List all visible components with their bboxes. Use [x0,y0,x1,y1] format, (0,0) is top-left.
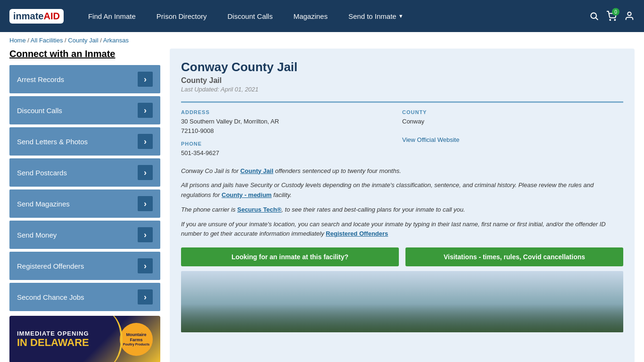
logo-text: inmateAID [13,11,60,22]
sidebar-arrow-icon: › [138,258,153,273]
ad-curve-decoration [85,316,123,362]
address-label: ADDRESS [181,109,393,115]
logo-box: inmateAID [9,9,64,24]
nav-discount-calls[interactable]: Discount Calls [217,0,283,32]
sidebar-item-send-postcards[interactable]: Send Postcards › [9,158,160,187]
ad-text: IMMEDIATE OPENING IN DELAWARE [17,330,89,348]
user-button[interactable] [624,11,635,21]
desc-4: If you are unsure of your inmate's locat… [181,220,623,239]
header-icons: 0 [589,11,635,21]
sidebar: Connect with an Inmate Arrest Records › … [9,49,160,362]
sidebar-item-label: Registered Offenders [17,262,84,270]
logo-area[interactable]: inmateAID [9,9,64,24]
svg-point-2 [610,19,611,20]
svg-point-4 [627,12,631,16]
address-col: ADDRESS 30 Southern Valley Dr, Morrilton… [181,109,402,158]
breadcrumb-state[interactable]: Arkansas [103,37,129,44]
breadcrumb-county-jail[interactable]: County Jail [68,37,98,44]
cart-badge: 0 [612,8,619,16]
facility-image [181,271,623,332]
breadcrumb-all-facilities[interactable]: All Facilities [31,37,63,44]
sidebar-arrow-icon: › [138,289,153,304]
sidebar-item-label: Send Letters & Photos [17,138,88,146]
svg-point-0 [591,13,596,18]
sidebar-title: Connect with an Inmate [9,49,160,59]
find-inmate-button[interactable]: Looking for an inmate at this facility? [181,247,399,266]
main-nav: Find An Inmate Prison Directory Discount… [78,0,589,32]
search-button[interactable] [589,11,599,21]
logo-aid: AID [43,11,59,21]
desc-2: All prisons and jails have Security or C… [181,181,623,200]
sidebar-item-label: Discount Calls [17,107,62,115]
sidebar-item-second-chance-jobs[interactable]: Second Chance Jobs › [9,283,160,311]
view-website-link[interactable]: View Official Website [402,136,459,143]
site-header: inmateAID Find An Inmate Prison Director… [0,0,644,32]
sidebar-item-label: Send Postcards [17,169,67,177]
nav-send-to-inmate[interactable]: Send to Inmate ▼ [338,0,414,32]
securus-link[interactable]: Securus Tech® [237,206,281,213]
sidebar-item-send-letters[interactable]: Send Letters & Photos › [9,127,160,156]
main-layout: Connect with an Inmate Arrest Records › … [0,49,644,362]
dropdown-arrow-icon: ▼ [398,13,404,19]
sidebar-item-label: Second Chance Jobs [17,293,84,301]
svg-point-3 [614,19,615,20]
sidebar-arrow-icon: › [138,196,153,211]
county-col: COUNTY Conway View Official Website [402,109,623,158]
sidebar-arrow-icon: › [138,103,153,118]
registered-offenders-link[interactable]: Registered Offenders [326,230,388,237]
county-label: COUNTY [402,109,614,115]
facility-name: Conway County Jail [181,60,623,74]
nav-prison-directory[interactable]: Prison Directory [146,0,217,32]
breadcrumb: Home / All Facilities / County Jail / Ar… [0,32,644,49]
sidebar-item-arrest-records[interactable]: Arrest Records › [9,65,160,93]
info-grid: ADDRESS 30 Southern Valley Dr, Morrilton… [181,101,623,158]
county-medium-link[interactable]: County - medium [222,191,272,198]
sidebar-arrow-icon: › [138,134,153,149]
address-value: 30 Southern Valley Dr, Morrilton, AR 721… [181,117,393,135]
sidebar-item-label: Send Magazines [17,200,70,208]
svg-line-1 [596,18,598,20]
phone-value: 501-354-9627 [181,148,393,158]
sidebar-item-registered-offenders[interactable]: Registered Offenders › [9,252,160,280]
last-updated: Last Updated: April 01, 2021 [181,86,623,93]
breadcrumb-home[interactable]: Home [9,37,26,44]
sidebar-item-send-money[interactable]: Send Money › [9,221,160,249]
sidebar-arrow-icon: › [138,72,153,87]
county-value: Conway [402,117,614,126]
phone-row: PHONE 501-354-9627 [181,141,393,158]
county-jail-link[interactable]: County Jail [240,167,273,174]
action-buttons: Looking for an inmate at this facility? … [181,247,623,266]
sidebar-item-discount-calls[interactable]: Discount Calls › [9,96,160,124]
facility-type: County Jail [181,76,623,85]
cart-button[interactable]: 0 [606,11,617,21]
desc-3: The phone carrier is Securus Tech®, to s… [181,205,623,215]
desc-1: Conway Co Jail is for County Jail offend… [181,166,623,176]
nav-find-inmate[interactable]: Find An Inmate [78,0,146,32]
sidebar-item-label: Arrest Records [17,75,64,83]
content-panel: Conway County Jail County Jail Last Upda… [170,49,635,362]
ad-location-text: IN DELAWARE [17,337,89,348]
sidebar-item-label: Send Money [17,231,57,239]
ad-immediate-text: IMMEDIATE OPENING [17,330,89,337]
sidebar-arrow-icon: › [138,227,153,242]
image-trees-overlay [181,304,623,332]
nav-magazines[interactable]: Magazines [283,0,338,32]
mountaire-logo: Mountaire Farms Poultry Products [120,323,153,356]
sidebar-item-send-magazines[interactable]: Send Magazines › [9,189,160,218]
ad-banner[interactable]: IMMEDIATE OPENING IN DELAWARE Mountaire … [9,316,160,362]
sidebar-arrow-icon: › [138,165,153,180]
visitations-button[interactable]: Visitations - times, rules, Covid cancel… [405,247,623,266]
phone-label: PHONE [181,141,393,147]
